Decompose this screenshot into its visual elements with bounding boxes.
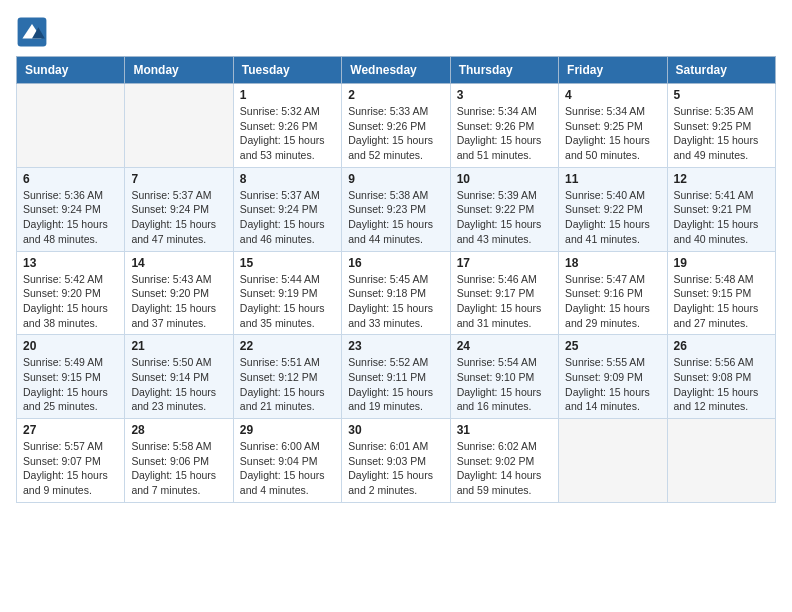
calendar-cell: 7Sunrise: 5:37 AM Sunset: 9:24 PM Daylig… — [125, 167, 233, 251]
week-row-3: 13Sunrise: 5:42 AM Sunset: 9:20 PM Dayli… — [17, 251, 776, 335]
day-number: 9 — [348, 172, 443, 186]
weekday-header-thursday: Thursday — [450, 57, 558, 84]
day-info: Sunrise: 5:34 AM Sunset: 9:25 PM Dayligh… — [565, 104, 660, 163]
calendar-cell: 13Sunrise: 5:42 AM Sunset: 9:20 PM Dayli… — [17, 251, 125, 335]
calendar-cell: 12Sunrise: 5:41 AM Sunset: 9:21 PM Dayli… — [667, 167, 775, 251]
calendar-cell: 6Sunrise: 5:36 AM Sunset: 9:24 PM Daylig… — [17, 167, 125, 251]
calendar-cell: 22Sunrise: 5:51 AM Sunset: 9:12 PM Dayli… — [233, 335, 341, 419]
day-number: 24 — [457, 339, 552, 353]
calendar-cell: 21Sunrise: 5:50 AM Sunset: 9:14 PM Dayli… — [125, 335, 233, 419]
day-info: Sunrise: 5:37 AM Sunset: 9:24 PM Dayligh… — [240, 188, 335, 247]
day-number: 26 — [674, 339, 769, 353]
day-number: 10 — [457, 172, 552, 186]
calendar-cell: 20Sunrise: 5:49 AM Sunset: 9:15 PM Dayli… — [17, 335, 125, 419]
day-number: 3 — [457, 88, 552, 102]
calendar-cell: 16Sunrise: 5:45 AM Sunset: 9:18 PM Dayli… — [342, 251, 450, 335]
day-info: Sunrise: 5:52 AM Sunset: 9:11 PM Dayligh… — [348, 355, 443, 414]
calendar-cell — [559, 419, 667, 503]
calendar-cell: 3Sunrise: 5:34 AM Sunset: 9:26 PM Daylig… — [450, 84, 558, 168]
day-info: Sunrise: 5:45 AM Sunset: 9:18 PM Dayligh… — [348, 272, 443, 331]
day-info: Sunrise: 6:01 AM Sunset: 9:03 PM Dayligh… — [348, 439, 443, 498]
day-number: 30 — [348, 423, 443, 437]
day-info: Sunrise: 5:35 AM Sunset: 9:25 PM Dayligh… — [674, 104, 769, 163]
day-number: 8 — [240, 172, 335, 186]
week-row-4: 20Sunrise: 5:49 AM Sunset: 9:15 PM Dayli… — [17, 335, 776, 419]
calendar-cell: 27Sunrise: 5:57 AM Sunset: 9:07 PM Dayli… — [17, 419, 125, 503]
calendar-cell: 28Sunrise: 5:58 AM Sunset: 9:06 PM Dayli… — [125, 419, 233, 503]
calendar-cell: 11Sunrise: 5:40 AM Sunset: 9:22 PM Dayli… — [559, 167, 667, 251]
day-info: Sunrise: 5:48 AM Sunset: 9:15 PM Dayligh… — [674, 272, 769, 331]
day-number: 19 — [674, 256, 769, 270]
calendar-cell: 2Sunrise: 5:33 AM Sunset: 9:26 PM Daylig… — [342, 84, 450, 168]
day-info: Sunrise: 5:43 AM Sunset: 9:20 PM Dayligh… — [131, 272, 226, 331]
day-number: 5 — [674, 88, 769, 102]
page-header — [16, 16, 776, 48]
day-info: Sunrise: 5:51 AM Sunset: 9:12 PM Dayligh… — [240, 355, 335, 414]
day-info: Sunrise: 5:50 AM Sunset: 9:14 PM Dayligh… — [131, 355, 226, 414]
day-number: 1 — [240, 88, 335, 102]
day-number: 25 — [565, 339, 660, 353]
day-info: Sunrise: 5:47 AM Sunset: 9:16 PM Dayligh… — [565, 272, 660, 331]
day-number: 18 — [565, 256, 660, 270]
calendar-cell — [667, 419, 775, 503]
calendar-cell: 29Sunrise: 6:00 AM Sunset: 9:04 PM Dayli… — [233, 419, 341, 503]
weekday-header-tuesday: Tuesday — [233, 57, 341, 84]
calendar-cell: 25Sunrise: 5:55 AM Sunset: 9:09 PM Dayli… — [559, 335, 667, 419]
day-number: 23 — [348, 339, 443, 353]
day-number: 6 — [23, 172, 118, 186]
day-info: Sunrise: 5:33 AM Sunset: 9:26 PM Dayligh… — [348, 104, 443, 163]
day-number: 20 — [23, 339, 118, 353]
day-number: 17 — [457, 256, 552, 270]
weekday-header-row: SundayMondayTuesdayWednesdayThursdayFrid… — [17, 57, 776, 84]
calendar-cell: 31Sunrise: 6:02 AM Sunset: 9:02 PM Dayli… — [450, 419, 558, 503]
weekday-header-wednesday: Wednesday — [342, 57, 450, 84]
day-number: 16 — [348, 256, 443, 270]
day-info: Sunrise: 5:34 AM Sunset: 9:26 PM Dayligh… — [457, 104, 552, 163]
day-info: Sunrise: 5:39 AM Sunset: 9:22 PM Dayligh… — [457, 188, 552, 247]
logo — [16, 16, 52, 48]
day-info: Sunrise: 5:32 AM Sunset: 9:26 PM Dayligh… — [240, 104, 335, 163]
weekday-header-saturday: Saturday — [667, 57, 775, 84]
day-number: 15 — [240, 256, 335, 270]
weekday-header-friday: Friday — [559, 57, 667, 84]
day-info: Sunrise: 5:57 AM Sunset: 9:07 PM Dayligh… — [23, 439, 118, 498]
day-number: 13 — [23, 256, 118, 270]
day-number: 31 — [457, 423, 552, 437]
calendar-cell: 5Sunrise: 5:35 AM Sunset: 9:25 PM Daylig… — [667, 84, 775, 168]
calendar-cell: 30Sunrise: 6:01 AM Sunset: 9:03 PM Dayli… — [342, 419, 450, 503]
calendar-cell: 23Sunrise: 5:52 AM Sunset: 9:11 PM Dayli… — [342, 335, 450, 419]
day-info: Sunrise: 6:00 AM Sunset: 9:04 PM Dayligh… — [240, 439, 335, 498]
day-number: 28 — [131, 423, 226, 437]
calendar-cell — [125, 84, 233, 168]
calendar-cell: 8Sunrise: 5:37 AM Sunset: 9:24 PM Daylig… — [233, 167, 341, 251]
week-row-2: 6Sunrise: 5:36 AM Sunset: 9:24 PM Daylig… — [17, 167, 776, 251]
day-info: Sunrise: 5:38 AM Sunset: 9:23 PM Dayligh… — [348, 188, 443, 247]
day-number: 7 — [131, 172, 226, 186]
day-number: 14 — [131, 256, 226, 270]
day-info: Sunrise: 5:42 AM Sunset: 9:20 PM Dayligh… — [23, 272, 118, 331]
day-number: 12 — [674, 172, 769, 186]
day-info: Sunrise: 5:36 AM Sunset: 9:24 PM Dayligh… — [23, 188, 118, 247]
day-info: Sunrise: 5:41 AM Sunset: 9:21 PM Dayligh… — [674, 188, 769, 247]
day-info: Sunrise: 5:44 AM Sunset: 9:19 PM Dayligh… — [240, 272, 335, 331]
calendar-cell: 19Sunrise: 5:48 AM Sunset: 9:15 PM Dayli… — [667, 251, 775, 335]
calendar-cell: 24Sunrise: 5:54 AM Sunset: 9:10 PM Dayli… — [450, 335, 558, 419]
calendar-cell — [17, 84, 125, 168]
calendar-cell: 17Sunrise: 5:46 AM Sunset: 9:17 PM Dayli… — [450, 251, 558, 335]
day-number: 4 — [565, 88, 660, 102]
weekday-header-sunday: Sunday — [17, 57, 125, 84]
calendar-cell: 9Sunrise: 5:38 AM Sunset: 9:23 PM Daylig… — [342, 167, 450, 251]
day-info: Sunrise: 5:37 AM Sunset: 9:24 PM Dayligh… — [131, 188, 226, 247]
day-number: 21 — [131, 339, 226, 353]
week-row-5: 27Sunrise: 5:57 AM Sunset: 9:07 PM Dayli… — [17, 419, 776, 503]
calendar-cell: 26Sunrise: 5:56 AM Sunset: 9:08 PM Dayli… — [667, 335, 775, 419]
calendar-cell: 15Sunrise: 5:44 AM Sunset: 9:19 PM Dayli… — [233, 251, 341, 335]
day-info: Sunrise: 5:46 AM Sunset: 9:17 PM Dayligh… — [457, 272, 552, 331]
day-number: 11 — [565, 172, 660, 186]
day-info: Sunrise: 6:02 AM Sunset: 9:02 PM Dayligh… — [457, 439, 552, 498]
day-number: 29 — [240, 423, 335, 437]
weekday-header-monday: Monday — [125, 57, 233, 84]
day-info: Sunrise: 5:49 AM Sunset: 9:15 PM Dayligh… — [23, 355, 118, 414]
calendar-cell: 14Sunrise: 5:43 AM Sunset: 9:20 PM Dayli… — [125, 251, 233, 335]
day-number: 22 — [240, 339, 335, 353]
